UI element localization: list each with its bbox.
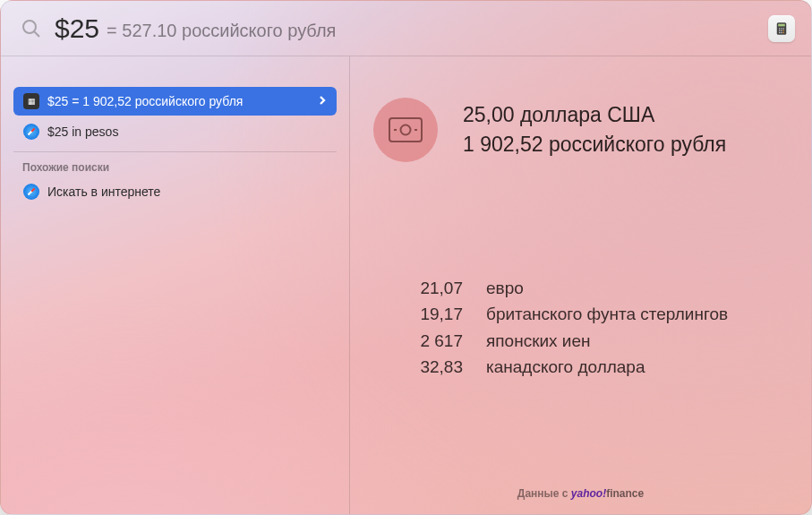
data-attribution: Данные с yahoo!finance bbox=[350, 487, 811, 500]
hero-section: 25,00 доллара США 1 902,52 российского р… bbox=[373, 98, 788, 162]
search-inline-result: = 527.10 российского рубля bbox=[107, 21, 336, 41]
svg-point-7 bbox=[779, 30, 781, 31]
result-row-selected[interactable]: ▦ $25 = 1 902,52 российского рубля bbox=[13, 87, 337, 116]
svg-line-1 bbox=[35, 31, 40, 37]
rate-label: британского фунта стерлингов bbox=[486, 301, 728, 327]
svg-point-4 bbox=[779, 28, 781, 30]
svg-point-6 bbox=[783, 28, 785, 30]
rate-row: 32,83 канадского доллара bbox=[373, 354, 788, 380]
result-label: $25 in pesos bbox=[47, 124, 118, 139]
safari-icon bbox=[22, 183, 40, 201]
spotlight-window: $25 = 527.10 российского рубля ▦ $25 = 1… bbox=[0, 0, 812, 515]
content-body: ▦ $25 = 1 902,52 российского рубля $25 i… bbox=[1, 56, 811, 515]
other-rates-list: 21,07 евро 19,17 британского фунта стерл… bbox=[373, 275, 788, 381]
currency-icon bbox=[373, 98, 438, 162]
section-header-related: Похожие поиски bbox=[13, 151, 337, 177]
svg-point-10 bbox=[779, 31, 781, 33]
search-bar: $25 = 527.10 российского рубля bbox=[1, 1, 811, 56]
related-label: Искать в интернете bbox=[47, 185, 160, 199]
svg-point-12 bbox=[783, 31, 785, 33]
result-label: $25 = 1 902,52 российского рубля bbox=[47, 94, 243, 108]
chevron-right-icon bbox=[317, 94, 328, 108]
search-icon bbox=[21, 18, 42, 39]
rate-value: 19,17 bbox=[373, 301, 463, 327]
search-input[interactable]: $25 bbox=[55, 13, 99, 44]
rate-row: 2 617 японских иен bbox=[373, 328, 788, 354]
rate-row: 21,07 евро bbox=[373, 275, 788, 301]
rate-label: японских иен bbox=[486, 328, 591, 354]
rate-row: 19,17 британского фунта стерлингов bbox=[373, 301, 788, 327]
rate-label: канадского доллара bbox=[486, 354, 645, 380]
svg-point-11 bbox=[781, 31, 782, 33]
svg-point-0 bbox=[23, 21, 36, 33]
related-row[interactable]: Искать в интернете bbox=[13, 177, 337, 206]
results-sidebar: ▦ $25 = 1 902,52 российского рубля $25 i… bbox=[1, 56, 350, 515]
result-row[interactable]: $25 in pesos bbox=[13, 117, 337, 146]
attribution-prefix: Данные с bbox=[517, 487, 571, 500]
converted-amount: 1 902,52 российского рубля bbox=[463, 133, 726, 157]
rate-value: 2 617 bbox=[373, 328, 463, 354]
rate-value: 21,07 bbox=[373, 275, 463, 301]
calculator-icon: ▦ bbox=[22, 92, 40, 110]
rate-value: 32,83 bbox=[373, 354, 463, 380]
svg-point-9 bbox=[783, 30, 785, 31]
primary-amount: 25,00 доллара США bbox=[463, 103, 726, 127]
calculator-app-icon bbox=[768, 15, 795, 42]
svg-point-14 bbox=[401, 125, 411, 135]
svg-rect-3 bbox=[778, 23, 785, 26]
rate-label: евро bbox=[486, 275, 524, 301]
svg-point-8 bbox=[781, 30, 782, 31]
detail-pane: 25,00 доллара США 1 902,52 российского р… bbox=[350, 56, 811, 515]
yahoo-finance-brand: yahoo!finance bbox=[571, 487, 644, 500]
svg-point-5 bbox=[781, 28, 782, 30]
safari-icon bbox=[22, 123, 40, 141]
